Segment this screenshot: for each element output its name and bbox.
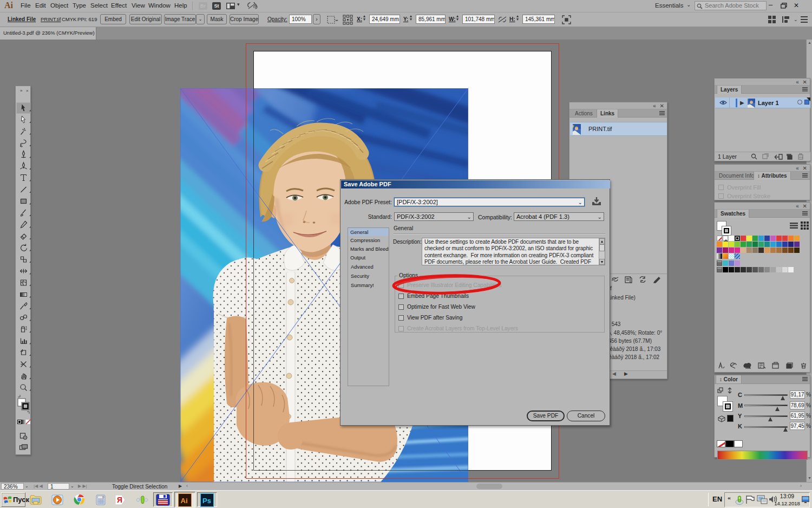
svg-text:Я: Я xyxy=(117,496,122,504)
svg-text:Ai: Ai xyxy=(181,497,188,505)
svg-text:×: × xyxy=(26,88,29,93)
svg-text:»: » xyxy=(20,88,23,93)
svg-text:Ps: Ps xyxy=(202,497,211,505)
